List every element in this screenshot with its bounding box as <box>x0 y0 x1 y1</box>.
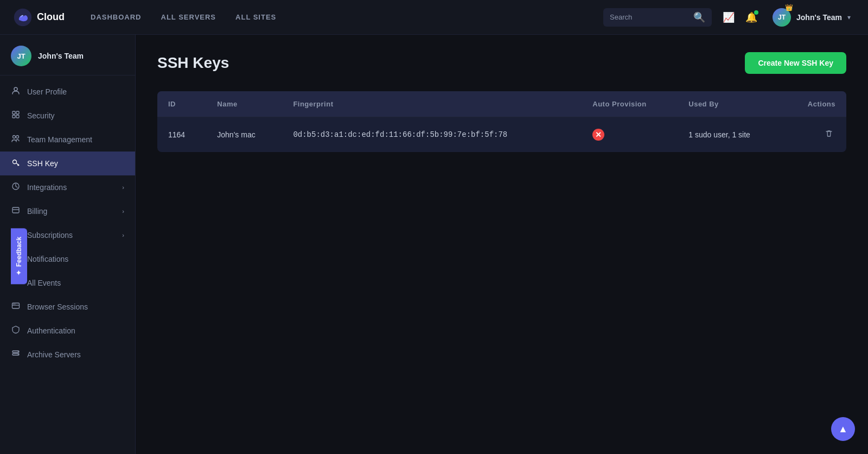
chevron-right-subs-icon: › <box>122 232 124 238</box>
delete-row-button[interactable] <box>822 127 835 142</box>
sidebar-label-billing: Billing <box>27 207 47 216</box>
sidebar-avatar: JT <box>11 46 31 66</box>
create-ssh-key-button[interactable]: Create New SSH Key <box>745 52 846 74</box>
sidebar-label-all-events: All Events <box>27 279 61 287</box>
cell-name: John's mac <box>206 117 282 153</box>
authentication-icon <box>11 325 21 336</box>
col-id: ID <box>157 91 206 117</box>
logo[interactable]: Cloud <box>13 8 65 27</box>
sidebar-user: JT John's Team <box>0 35 135 75</box>
activity-icon[interactable]: 📈 <box>723 11 735 23</box>
svg-rect-3 <box>16 111 19 114</box>
chevron-right-billing-icon: › <box>122 208 124 215</box>
table-header: ID Name Fingerprint Auto Provision Used … <box>157 91 846 117</box>
table-row: 1164 John's mac 0d:b5:d3:a1:dc:ed:fd:11:… <box>157 117 846 153</box>
sidebar-label-user-profile: User Profile <box>27 87 67 96</box>
svg-point-1 <box>14 87 17 91</box>
chevron-right-icon: › <box>122 184 124 191</box>
sidebar-item-browser-sessions[interactable]: Browser Sessions <box>0 295 135 319</box>
svg-point-18 <box>18 354 19 355</box>
sidebar-label-notifications: Notifications <box>27 255 68 263</box>
sidebar-label-team-management: Team Management <box>27 135 92 144</box>
cell-fingerprint: 0d:b5:d3:a1:dc:ed:fd:11:66:df:5b:99:7e:b… <box>282 117 582 153</box>
billing-icon <box>11 206 21 217</box>
sidebar-label-integrations: Integrations <box>27 183 67 192</box>
sidebar-item-archive-servers[interactable]: Archive Servers <box>0 343 135 367</box>
user-menu[interactable]: JT 👑 John's Team ▾ <box>768 6 855 29</box>
search-icon: 🔍 <box>693 11 705 23</box>
ssh-keys-table: ID Name Fingerprint Auto Provision Used … <box>157 91 846 152</box>
page-title: SSH Keys <box>157 54 229 72</box>
sidebar-label-ssh-key: SSH Key <box>27 159 58 168</box>
integrations-icon <box>11 182 21 193</box>
sidebar-item-authentication[interactable]: Authentication <box>0 319 135 343</box>
table-header-row: ID Name Fingerprint Auto Provision Used … <box>157 91 846 117</box>
logo-text: Cloud <box>37 11 65 23</box>
svg-rect-4 <box>12 115 15 118</box>
notification-wrapper[interactable]: 🔔 <box>745 11 757 23</box>
ssh-key-icon <box>11 158 21 169</box>
cell-actions <box>783 117 846 153</box>
sidebar-user-name: John's Team <box>38 52 84 60</box>
layout: JT John's Team User Profile Security <box>0 35 868 454</box>
browser-sessions-icon <box>11 301 21 312</box>
nav-right: 🔍 📈 🔔 JT 👑 John's Team ▾ <box>603 6 855 29</box>
sidebar-item-billing[interactable]: Billing › <box>0 199 135 223</box>
top-navigation: Cloud DASHBOARD ALL SERVERS ALL SITES 🔍 … <box>0 0 868 35</box>
sidebar-label-browser-sessions: Browser Sessions <box>27 302 88 311</box>
svg-point-13 <box>13 304 14 305</box>
main-content: SSH Keys Create New SSH Key ID Name Fing… <box>136 35 868 454</box>
chevron-down-icon: ▾ <box>847 14 851 21</box>
auto-provision-false-icon: ✕ <box>592 129 604 141</box>
svg-point-17 <box>18 351 19 352</box>
feedback-star-icon: ✦ <box>15 270 23 275</box>
svg-rect-5 <box>16 115 19 118</box>
col-auto-provision: Auto Provision <box>582 91 678 117</box>
search-input[interactable] <box>610 13 689 21</box>
team-icon <box>11 134 21 145</box>
table-body: 1164 John's mac 0d:b5:d3:a1:dc:ed:fd:11:… <box>157 117 846 153</box>
nav-dashboard[interactable]: DASHBOARD <box>91 11 142 23</box>
user-name: John's Team <box>796 13 842 22</box>
col-name: Name <box>206 91 282 117</box>
ssh-keys-table-container: ID Name Fingerprint Auto Provision Used … <box>157 91 846 152</box>
feedback-tab[interactable]: ✦ Feedback <box>11 228 27 284</box>
feedback-label: Feedback <box>15 237 23 267</box>
nav-all-servers[interactable]: ALL SERVERS <box>161 11 216 23</box>
svg-point-7 <box>16 136 19 138</box>
archive-servers-icon <box>11 349 21 360</box>
svg-point-6 <box>13 136 16 138</box>
col-actions: Actions <box>783 91 846 117</box>
col-used-by: Used By <box>678 91 783 117</box>
sidebar-item-ssh-key[interactable]: SSH Key <box>0 152 135 175</box>
cell-used-by: 1 sudo user, 1 site <box>678 117 783 153</box>
cell-id: 1164 <box>157 117 206 153</box>
sidebar-nav: User Profile Security Team Management SS… <box>0 75 135 371</box>
user-icon <box>11 86 21 97</box>
page-header: SSH Keys Create New SSH Key <box>157 52 846 74</box>
nav-all-sites[interactable]: ALL SITES <box>235 11 276 23</box>
svg-rect-2 <box>12 111 15 114</box>
sidebar-label-archive-servers: Archive Servers <box>27 350 81 359</box>
cell-auto-provision: ✕ <box>582 117 678 153</box>
scroll-icon: ▲ <box>838 424 848 435</box>
sidebar-item-team-management[interactable]: Team Management <box>0 128 135 152</box>
sidebar-label-authentication: Authentication <box>27 326 75 335</box>
crown-icon: 👑 <box>785 4 793 11</box>
avatar: JT 👑 <box>773 8 791 27</box>
sidebar-label-subscriptions: Subscriptions <box>27 231 73 239</box>
sidebar-label-security: Security <box>27 111 55 120</box>
security-icon <box>11 110 21 121</box>
svg-point-14 <box>15 304 16 305</box>
col-fingerprint: Fingerprint <box>282 91 582 117</box>
scroll-to-top-button[interactable]: ▲ <box>831 417 855 441</box>
sidebar-item-user-profile[interactable]: User Profile <box>0 80 135 104</box>
sidebar-item-security[interactable]: Security <box>0 104 135 128</box>
search-box[interactable]: 🔍 <box>603 8 712 27</box>
svg-rect-10 <box>12 207 19 213</box>
nav-links: DASHBOARD ALL SERVERS ALL SITES <box>91 11 603 23</box>
notification-dot <box>754 10 758 15</box>
sidebar-item-integrations[interactable]: Integrations › <box>0 175 135 199</box>
